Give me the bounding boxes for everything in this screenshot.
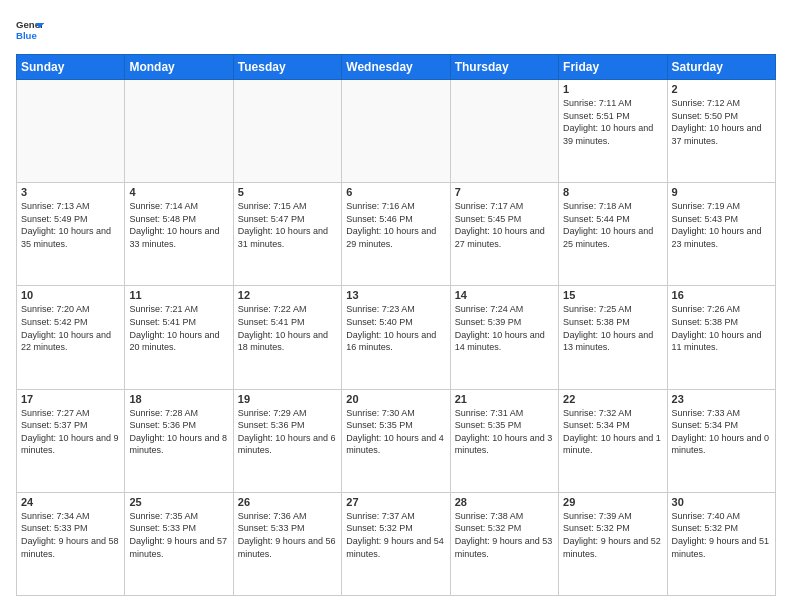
calendar-cell: 22Sunrise: 7:32 AM Sunset: 5:34 PM Dayli… bbox=[559, 389, 667, 492]
calendar-header-row: SundayMondayTuesdayWednesdayThursdayFrid… bbox=[17, 55, 776, 80]
calendar-cell: 14Sunrise: 7:24 AM Sunset: 5:39 PM Dayli… bbox=[450, 286, 558, 389]
calendar-cell: 9Sunrise: 7:19 AM Sunset: 5:43 PM Daylig… bbox=[667, 183, 775, 286]
day-number: 19 bbox=[238, 393, 337, 405]
day-info: Sunrise: 7:11 AM Sunset: 5:51 PM Dayligh… bbox=[563, 97, 662, 147]
weekday-header-tuesday: Tuesday bbox=[233, 55, 341, 80]
day-info: Sunrise: 7:15 AM Sunset: 5:47 PM Dayligh… bbox=[238, 200, 337, 250]
weekday-header-wednesday: Wednesday bbox=[342, 55, 450, 80]
calendar-week-4: 17Sunrise: 7:27 AM Sunset: 5:37 PM Dayli… bbox=[17, 389, 776, 492]
calendar-cell: 16Sunrise: 7:26 AM Sunset: 5:38 PM Dayli… bbox=[667, 286, 775, 389]
day-number: 15 bbox=[563, 289, 662, 301]
day-number: 5 bbox=[238, 186, 337, 198]
day-info: Sunrise: 7:36 AM Sunset: 5:33 PM Dayligh… bbox=[238, 510, 337, 560]
svg-text:Blue: Blue bbox=[16, 30, 37, 41]
calendar-cell bbox=[450, 80, 558, 183]
calendar-cell: 21Sunrise: 7:31 AM Sunset: 5:35 PM Dayli… bbox=[450, 389, 558, 492]
day-info: Sunrise: 7:23 AM Sunset: 5:40 PM Dayligh… bbox=[346, 303, 445, 353]
day-number: 14 bbox=[455, 289, 554, 301]
calendar-cell: 17Sunrise: 7:27 AM Sunset: 5:37 PM Dayli… bbox=[17, 389, 125, 492]
day-number: 8 bbox=[563, 186, 662, 198]
calendar-cell bbox=[233, 80, 341, 183]
day-number: 10 bbox=[21, 289, 120, 301]
day-number: 18 bbox=[129, 393, 228, 405]
calendar-cell bbox=[342, 80, 450, 183]
day-info: Sunrise: 7:16 AM Sunset: 5:46 PM Dayligh… bbox=[346, 200, 445, 250]
calendar-cell: 3Sunrise: 7:13 AM Sunset: 5:49 PM Daylig… bbox=[17, 183, 125, 286]
day-number: 24 bbox=[21, 496, 120, 508]
day-number: 12 bbox=[238, 289, 337, 301]
calendar-week-3: 10Sunrise: 7:20 AM Sunset: 5:42 PM Dayli… bbox=[17, 286, 776, 389]
calendar-cell: 30Sunrise: 7:40 AM Sunset: 5:32 PM Dayli… bbox=[667, 492, 775, 595]
day-number: 27 bbox=[346, 496, 445, 508]
day-info: Sunrise: 7:31 AM Sunset: 5:35 PM Dayligh… bbox=[455, 407, 554, 457]
weekday-header-monday: Monday bbox=[125, 55, 233, 80]
day-number: 1 bbox=[563, 83, 662, 95]
calendar-cell: 8Sunrise: 7:18 AM Sunset: 5:44 PM Daylig… bbox=[559, 183, 667, 286]
day-info: Sunrise: 7:19 AM Sunset: 5:43 PM Dayligh… bbox=[672, 200, 771, 250]
calendar-cell: 10Sunrise: 7:20 AM Sunset: 5:42 PM Dayli… bbox=[17, 286, 125, 389]
day-info: Sunrise: 7:33 AM Sunset: 5:34 PM Dayligh… bbox=[672, 407, 771, 457]
calendar-cell: 19Sunrise: 7:29 AM Sunset: 5:36 PM Dayli… bbox=[233, 389, 341, 492]
day-info: Sunrise: 7:18 AM Sunset: 5:44 PM Dayligh… bbox=[563, 200, 662, 250]
calendar-cell: 1Sunrise: 7:11 AM Sunset: 5:51 PM Daylig… bbox=[559, 80, 667, 183]
calendar-cell bbox=[17, 80, 125, 183]
calendar-cell: 13Sunrise: 7:23 AM Sunset: 5:40 PM Dayli… bbox=[342, 286, 450, 389]
day-info: Sunrise: 7:30 AM Sunset: 5:35 PM Dayligh… bbox=[346, 407, 445, 457]
day-info: Sunrise: 7:29 AM Sunset: 5:36 PM Dayligh… bbox=[238, 407, 337, 457]
day-number: 3 bbox=[21, 186, 120, 198]
calendar-cell: 18Sunrise: 7:28 AM Sunset: 5:36 PM Dayli… bbox=[125, 389, 233, 492]
calendar-cell: 4Sunrise: 7:14 AM Sunset: 5:48 PM Daylig… bbox=[125, 183, 233, 286]
calendar-table: SundayMondayTuesdayWednesdayThursdayFrid… bbox=[16, 54, 776, 596]
weekday-header-saturday: Saturday bbox=[667, 55, 775, 80]
calendar-cell: 29Sunrise: 7:39 AM Sunset: 5:32 PM Dayli… bbox=[559, 492, 667, 595]
day-info: Sunrise: 7:35 AM Sunset: 5:33 PM Dayligh… bbox=[129, 510, 228, 560]
day-info: Sunrise: 7:39 AM Sunset: 5:32 PM Dayligh… bbox=[563, 510, 662, 560]
day-number: 25 bbox=[129, 496, 228, 508]
calendar-week-1: 1Sunrise: 7:11 AM Sunset: 5:51 PM Daylig… bbox=[17, 80, 776, 183]
day-info: Sunrise: 7:21 AM Sunset: 5:41 PM Dayligh… bbox=[129, 303, 228, 353]
day-info: Sunrise: 7:22 AM Sunset: 5:41 PM Dayligh… bbox=[238, 303, 337, 353]
day-info: Sunrise: 7:14 AM Sunset: 5:48 PM Dayligh… bbox=[129, 200, 228, 250]
calendar-cell: 23Sunrise: 7:33 AM Sunset: 5:34 PM Dayli… bbox=[667, 389, 775, 492]
day-info: Sunrise: 7:38 AM Sunset: 5:32 PM Dayligh… bbox=[455, 510, 554, 560]
day-number: 16 bbox=[672, 289, 771, 301]
day-number: 13 bbox=[346, 289, 445, 301]
calendar-cell: 24Sunrise: 7:34 AM Sunset: 5:33 PM Dayli… bbox=[17, 492, 125, 595]
weekday-header-friday: Friday bbox=[559, 55, 667, 80]
day-info: Sunrise: 7:28 AM Sunset: 5:36 PM Dayligh… bbox=[129, 407, 228, 457]
day-info: Sunrise: 7:20 AM Sunset: 5:42 PM Dayligh… bbox=[21, 303, 120, 353]
day-number: 9 bbox=[672, 186, 771, 198]
day-info: Sunrise: 7:17 AM Sunset: 5:45 PM Dayligh… bbox=[455, 200, 554, 250]
calendar-cell: 26Sunrise: 7:36 AM Sunset: 5:33 PM Dayli… bbox=[233, 492, 341, 595]
day-info: Sunrise: 7:34 AM Sunset: 5:33 PM Dayligh… bbox=[21, 510, 120, 560]
day-info: Sunrise: 7:32 AM Sunset: 5:34 PM Dayligh… bbox=[563, 407, 662, 457]
weekday-header-thursday: Thursday bbox=[450, 55, 558, 80]
day-info: Sunrise: 7:40 AM Sunset: 5:32 PM Dayligh… bbox=[672, 510, 771, 560]
calendar-cell: 28Sunrise: 7:38 AM Sunset: 5:32 PM Dayli… bbox=[450, 492, 558, 595]
day-number: 7 bbox=[455, 186, 554, 198]
day-info: Sunrise: 7:26 AM Sunset: 5:38 PM Dayligh… bbox=[672, 303, 771, 353]
day-number: 6 bbox=[346, 186, 445, 198]
calendar-cell: 11Sunrise: 7:21 AM Sunset: 5:41 PM Dayli… bbox=[125, 286, 233, 389]
day-info: Sunrise: 7:27 AM Sunset: 5:37 PM Dayligh… bbox=[21, 407, 120, 457]
calendar-cell: 5Sunrise: 7:15 AM Sunset: 5:47 PM Daylig… bbox=[233, 183, 341, 286]
day-number: 17 bbox=[21, 393, 120, 405]
day-number: 30 bbox=[672, 496, 771, 508]
day-number: 11 bbox=[129, 289, 228, 301]
calendar-week-5: 24Sunrise: 7:34 AM Sunset: 5:33 PM Dayli… bbox=[17, 492, 776, 595]
day-number: 4 bbox=[129, 186, 228, 198]
day-info: Sunrise: 7:24 AM Sunset: 5:39 PM Dayligh… bbox=[455, 303, 554, 353]
calendar-week-2: 3Sunrise: 7:13 AM Sunset: 5:49 PM Daylig… bbox=[17, 183, 776, 286]
calendar-cell: 7Sunrise: 7:17 AM Sunset: 5:45 PM Daylig… bbox=[450, 183, 558, 286]
day-number: 23 bbox=[672, 393, 771, 405]
day-number: 22 bbox=[563, 393, 662, 405]
calendar-cell: 25Sunrise: 7:35 AM Sunset: 5:33 PM Dayli… bbox=[125, 492, 233, 595]
day-info: Sunrise: 7:37 AM Sunset: 5:32 PM Dayligh… bbox=[346, 510, 445, 560]
calendar-cell bbox=[125, 80, 233, 183]
day-number: 2 bbox=[672, 83, 771, 95]
calendar-cell: 20Sunrise: 7:30 AM Sunset: 5:35 PM Dayli… bbox=[342, 389, 450, 492]
day-info: Sunrise: 7:25 AM Sunset: 5:38 PM Dayligh… bbox=[563, 303, 662, 353]
day-number: 29 bbox=[563, 496, 662, 508]
calendar-cell: 27Sunrise: 7:37 AM Sunset: 5:32 PM Dayli… bbox=[342, 492, 450, 595]
logo-icon: General Blue bbox=[16, 16, 44, 44]
